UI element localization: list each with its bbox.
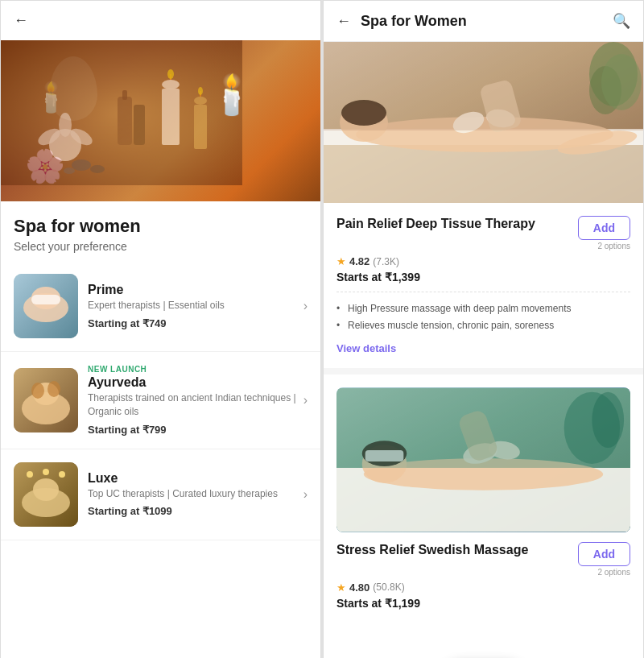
luxe-thumbnail xyxy=(14,462,78,527)
svg-rect-5 xyxy=(194,105,207,149)
feature-item-1: High Pressure massage with deep palm mov… xyxy=(336,300,630,317)
service-list: Prime Expert therapists | Essential oils… xyxy=(1,261,320,540)
right-back-button[interactable]: ← xyxy=(336,13,351,30)
svg-point-2 xyxy=(162,80,180,89)
prime-service-price: Starting at ₹749 xyxy=(88,317,297,329)
svg-rect-22 xyxy=(31,295,60,304)
product-header-1: Pain Relief Deep Tissue Therapy Add 2 op… xyxy=(336,216,630,250)
rating-count-2: (50.8K) xyxy=(373,581,404,593)
svg-point-18 xyxy=(64,168,75,174)
add-button-wrapper-2: Add 2 options xyxy=(578,542,630,577)
left-back-button[interactable]: ← xyxy=(14,12,28,29)
right-header: ← Spa for Women 🔍 xyxy=(324,1,643,42)
new-launch-badge: NEW LAUNCH xyxy=(88,365,297,374)
product-image-swedish xyxy=(336,387,630,532)
add-button-deep-tissue[interactable]: Add xyxy=(578,216,630,240)
ayurveda-chevron-icon: › xyxy=(303,393,308,408)
left-title-section: Spa for women Select your preference xyxy=(1,201,320,261)
add-button-wrapper-1: Add 2 options xyxy=(578,216,630,250)
svg-rect-9 xyxy=(118,97,132,145)
view-details-link-1[interactable]: View details xyxy=(336,342,396,354)
star-icon-1: ★ xyxy=(336,255,346,267)
right-content: Pain Relief Deep Tissue Therapy Add 2 op… xyxy=(324,203,643,658)
ayurveda-service-price: Starting at ₹799 xyxy=(88,424,297,436)
left-header: ← xyxy=(1,1,320,40)
rating-score-2: 4.80 xyxy=(349,581,369,594)
right-hero-image xyxy=(324,42,643,203)
product-name-deep-tissue-wrapper: Pain Relief Deep Tissue Therapy xyxy=(336,216,535,233)
right-panel: ← Spa for Women 🔍 xyxy=(323,0,644,658)
svg-rect-47 xyxy=(324,42,643,130)
left-panel-title: Spa for women xyxy=(14,216,308,237)
ayurveda-service-name: Ayurveda xyxy=(88,375,297,390)
prime-thumb-image xyxy=(14,274,78,338)
product-rating-2: ★ 4.80 (50.8K) xyxy=(336,581,630,594)
product-features-1: High Pressure massage with deep palm mov… xyxy=(336,292,630,334)
feature-item-2: Relieves muscle tension, chronic pain, s… xyxy=(336,317,630,334)
rating-count-1: (7.3K) xyxy=(373,256,399,267)
svg-point-32 xyxy=(43,469,49,475)
search-icon[interactable]: 🔍 xyxy=(613,12,630,30)
product-rating-1: ★ 4.82 (7.3K) xyxy=(336,255,630,267)
right-header-left: ← Spa for Women xyxy=(336,13,467,30)
left-panel-subtitle: Select your preference xyxy=(14,240,308,253)
svg-point-31 xyxy=(27,471,33,478)
prime-service-info: Prime Expert therapists | Essential oils… xyxy=(88,283,297,329)
product-header-2: Stress Relief Swedish Massage Add 2 opti… xyxy=(336,542,630,577)
svg-point-6 xyxy=(194,97,207,105)
product-card-deep-tissue: Pain Relief Deep Tissue Therapy Add 2 op… xyxy=(324,203,643,375)
luxe-chevron-icon: › xyxy=(303,487,308,502)
service-item-luxe[interactable]: Luxe Top UC therapists | Curated luxury … xyxy=(1,449,320,540)
luxe-service-desc: Top UC therapists | Curated luxury thera… xyxy=(88,487,297,501)
product-name-deep-tissue: Pain Relief Deep Tissue Therapy xyxy=(336,216,535,233)
screen-container: ← 🕯️ 🌸 xyxy=(0,0,644,658)
right-panel-title: Spa for Women xyxy=(361,13,467,30)
product-name-swedish: Stress Relief Swedish Massage xyxy=(336,542,528,559)
product-price-1: Starts at ₹1,399 xyxy=(336,271,630,283)
star-icon-2: ★ xyxy=(336,581,346,594)
svg-point-17 xyxy=(90,165,105,173)
svg-point-15 xyxy=(59,113,72,137)
product-price-2: Starts at ₹1,199 xyxy=(336,597,630,610)
luxe-service-info: Luxe Top UC therapists | Curated luxury … xyxy=(88,471,297,518)
svg-point-26 xyxy=(31,383,44,399)
rating-score-1: 4.82 xyxy=(349,255,369,267)
prime-service-name: Prime xyxy=(88,283,297,297)
options-text-1: 2 options xyxy=(597,242,630,250)
svg-point-8 xyxy=(198,87,203,95)
svg-rect-1 xyxy=(162,89,180,145)
svg-point-30 xyxy=(33,478,59,501)
options-text-2: 2 options xyxy=(597,568,630,577)
luxe-service-name: Luxe xyxy=(88,471,297,486)
ayurveda-thumb-image xyxy=(14,368,78,432)
svg-point-59 xyxy=(592,391,624,447)
left-panel: ← 🕯️ 🌸 xyxy=(0,0,321,658)
ayurveda-service-info: NEW LAUNCH Ayurveda Therapists trained o… xyxy=(88,365,297,436)
svg-point-16 xyxy=(72,159,91,171)
svg-point-27 xyxy=(47,381,60,397)
ayurveda-service-desc: Therapists trained on ancient Indian tec… xyxy=(88,391,297,419)
svg-point-4 xyxy=(167,69,174,79)
luxe-service-price: Starting at ₹1099 xyxy=(88,505,297,517)
left-hero-image: 🕯️ 🌸 xyxy=(1,40,320,201)
prime-thumbnail xyxy=(14,274,78,338)
svg-point-33 xyxy=(59,471,65,478)
prime-chevron-icon: › xyxy=(303,299,308,313)
prime-service-desc: Expert therapists | Essential oils xyxy=(88,299,297,312)
ayurveda-thumbnail xyxy=(14,368,78,432)
service-item-ayurveda[interactable]: NEW LAUNCH Ayurveda Therapists trained o… xyxy=(1,352,320,449)
svg-rect-11 xyxy=(134,105,145,145)
service-item-prime[interactable]: Prime Expert therapists | Essential oils… xyxy=(1,261,320,352)
product-card-swedish: Stress Relief Swedish Massage Add 2 opti… xyxy=(324,375,643,658)
luxe-thumb-image xyxy=(14,462,78,527)
product-name-swedish-wrapper: Stress Relief Swedish Massage xyxy=(336,542,528,559)
add-button-swedish[interactable]: Add xyxy=(578,542,630,566)
svg-rect-10 xyxy=(122,90,127,100)
